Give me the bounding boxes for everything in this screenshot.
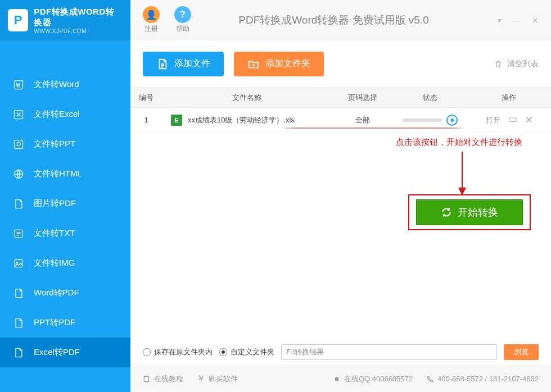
nav-ppt-to-pdf[interactable]: PPT转PDF [0,308,130,338]
help-label: 帮助 [176,24,189,34]
pdf-icon [12,287,25,299]
radio-save-original[interactable]: 保存在原文件夹内 [143,347,213,357]
toolbar: 添加文件 添加文件夹 清空列表 [130,40,551,88]
annotation-arrow [451,148,473,199]
table-row[interactable]: 1 E xx成绩表10级（劳动经济学）.xls 全部 打开 ✕ [130,108,551,133]
trash-icon [494,60,503,69]
convert-highlight-box: 开始转换 [408,194,531,230]
play-button[interactable] [446,115,458,126]
sidebar: P PDF转换成WORD转换器 WWW.XJPDF.COM 文件转Word 文件… [0,0,130,392]
nav-file-to-ppt[interactable]: 文件转PPT [0,129,130,159]
phone-contact[interactable]: 400-668-5572 / 181-2107-4602 [426,374,539,384]
logo-title: PDF转换成WORD转换器 [34,7,123,28]
nav-file-to-word[interactable]: 文件转Word [0,70,130,99]
pdf-icon [12,198,25,210]
row-ops: 打开 ✕ [467,115,551,125]
nav-label: 文件转PPT [34,139,75,149]
html-icon [12,168,25,180]
pdf-icon [12,317,25,329]
radio-save-custom[interactable]: 自定义文件夹 [219,347,274,357]
logo: P PDF转换成WORD转换器 WWW.XJPDF.COM [0,0,130,40]
folder-icon [247,58,260,70]
phone-icon [426,375,434,383]
radio-label: 保存在原文件夹内 [154,347,213,357]
register-label: 注册 [144,24,158,34]
nav-label: 文件转Excel [34,109,80,120]
main-panel: 👤注册 ?帮助 PDF转换成Word转换器 免费试用版 v5.0 ▾ — ✕ 添… [130,0,551,392]
txt-icon [12,227,25,240]
nav-label: 文件转TXT [34,228,75,239]
header-name: 文件名称 [162,93,332,103]
qq-contact[interactable]: 在线QQ:4006685572 [333,374,413,384]
add-folder-button[interactable]: 添加文件夹 [234,52,324,76]
dropdown-icon[interactable]: ▾ [498,16,502,25]
pdf-icon [12,347,25,359]
buy-label: 购买软件 [209,374,238,384]
yen-icon: ￥ [197,373,205,384]
open-button[interactable]: 打开 [486,115,500,125]
table-header: 编号 文件名称 页码选择 状态 操作 [130,88,551,108]
row-status [394,115,467,126]
excel-file-icon: E [171,115,182,126]
add-file-button[interactable]: 添加文件 [143,52,224,76]
browse-button[interactable]: 浏览 [504,344,539,360]
nav-label: Excel转PDF [34,347,80,358]
refresh-icon [441,207,452,218]
row-filename: xx成绩表10级（劳动经济学）.xls [188,115,295,125]
folder-open-icon[interactable] [508,115,517,125]
header-page: 页码选择 [332,93,394,103]
logo-icon: P [8,9,28,31]
tutorial-link[interactable]: 在线教程 [143,374,183,384]
nav-file-to-excel[interactable]: 文件转Excel [0,99,130,129]
add-file-label: 添加文件 [174,58,210,70]
excel-icon [12,108,25,121]
progress-bar [403,118,442,122]
row-page[interactable]: 全部 [332,115,394,125]
clear-label: 清空列表 [507,59,539,69]
nav-label: Word转PDF [34,288,79,298]
svg-rect-2 [15,140,23,148]
nav-label: 文件转HTML [34,168,82,179]
nav-label: 文件转IMG [34,258,75,268]
nav-label: PPT转PDF [34,317,75,328]
logo-subtitle: WWW.XJPDF.COM [34,28,123,34]
clear-list-button[interactable]: 清空列表 [494,59,539,69]
word-icon [12,79,25,91]
window-title: PDF转换成Word转换器 免费试用版 v5.0 [204,13,498,28]
register-button[interactable]: 👤注册 [143,6,160,34]
remove-icon[interactable]: ✕ [525,115,532,125]
nav-word-to-pdf[interactable]: Word转PDF [0,278,130,308]
help-button[interactable]: ?帮助 [174,6,191,34]
file-table: 编号 文件名称 页码选择 状态 操作 1 E xx成绩表10级（劳动经济学）.x… [130,88,551,339]
start-convert-button[interactable]: 开始转换 [416,199,523,225]
minimize-button[interactable]: — [513,16,521,25]
qq-icon [333,375,341,383]
footer: 在线教程 ￥购买软件 在线QQ:4006685572 400-668-5572 … [130,365,551,392]
annotation-area: 点击该按钮，开始对文件进行转换 开始转换 [130,133,551,245]
user-icon: 👤 [143,6,160,23]
header-num: 编号 [130,93,162,103]
header-op: 操作 [467,93,551,103]
nav-file-to-html[interactable]: 文件转HTML [0,159,130,189]
row-filename-cell: E xx成绩表10级（劳动经济学）.xls [162,115,332,126]
close-button[interactable]: ✕ [532,16,539,25]
nav-label: 文件转Word [34,79,79,90]
nav-file-to-img[interactable]: 文件转IMG [0,248,130,278]
row-num: 1 [130,116,162,124]
nav-image-to-pdf[interactable]: 图片转PDF [0,189,130,218]
annotation-text: 点击该按钮，开始对文件进行转换 [396,137,522,148]
output-path-input[interactable] [281,344,497,360]
nav-label: 图片转PDF [34,198,76,209]
nav-file-to-txt[interactable]: 文件转TXT [0,218,130,248]
ppt-icon [12,138,25,151]
svg-rect-5 [15,259,22,267]
svg-point-9 [335,377,338,381]
qq-label: 在线QQ:4006685572 [344,374,413,384]
tutorial-label: 在线教程 [154,374,183,384]
radio-label: 自定义文件夹 [231,347,274,357]
titlebar: 👤注册 ?帮助 PDF转换成Word转换器 免费试用版 v5.0 ▾ — ✕ [130,0,551,40]
buy-link[interactable]: ￥购买软件 [197,373,238,384]
nav-excel-to-pdf[interactable]: Excel转PDF [0,338,130,367]
header-status: 状态 [394,93,467,103]
phone-label: 400-668-5572 / 181-2107-4602 [437,375,539,383]
